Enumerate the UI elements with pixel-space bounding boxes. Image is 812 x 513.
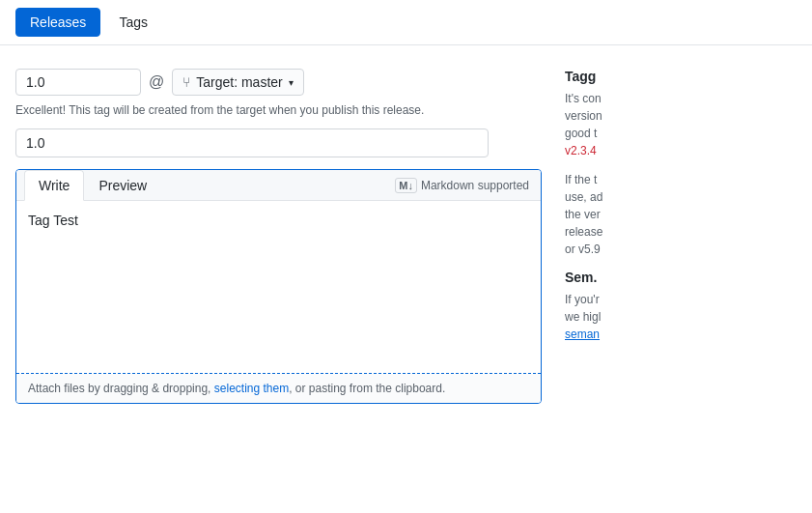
semver-section-body: If you'r we higl seman [565, 291, 797, 343]
target-branch-label: Target: master [196, 74, 282, 90]
tag-row: @ ⑂ Target: master ▾ [15, 69, 542, 96]
preview-tab[interactable]: Preview [84, 170, 161, 200]
releases-tab[interactable]: Releases [15, 8, 100, 37]
tagging-section-body2: If the t use, ad the ver release or v5.9 [565, 171, 797, 258]
editor-tabs-row: Write Preview M↓ Markdown supported [16, 170, 541, 201]
release-title-input[interactable] [15, 128, 489, 157]
target-branch-button[interactable]: ⑂ Target: master ▾ [172, 69, 303, 96]
attach-suffix: , or pasting from the clipboard. [289, 382, 445, 395]
main-content: @ ⑂ Target: master ▾ Excellent! This tag… [0, 45, 812, 404]
left-panel: @ ⑂ Target: master ▾ Excellent! This tag… [15, 69, 542, 404]
right-panel: Tagg It's con version good t v2.3.4 If t… [565, 69, 797, 404]
tag-version-input[interactable] [15, 69, 141, 96]
markdown-badge: M↓ Markdown supported [395, 178, 533, 193]
selecting-them-link[interactable]: selecting them [214, 382, 289, 395]
tagging-section-title: Tagg [565, 69, 797, 84]
write-tab[interactable]: Write [24, 170, 84, 201]
tagging-section-body: It's con version good t v2.3.4 [565, 90, 797, 159]
tags-tab[interactable]: Tags [104, 8, 162, 37]
editor-container: Write Preview M↓ Markdown supported Tag … [15, 169, 542, 404]
release-description-textarea[interactable]: Tag Test [16, 201, 541, 370]
markdown-icon: M↓ [395, 178, 417, 193]
semver-section-title: Sem. [565, 270, 797, 285]
top-tabs-bar: Releases Tags [0, 0, 812, 45]
at-sign: @ [149, 73, 164, 91]
markdown-label: Markdown supported [421, 179, 529, 192]
attach-prefix: Attach files by dragging & dropping, [28, 382, 214, 395]
branch-icon: ⑂ [182, 74, 190, 90]
semver-link[interactable]: seman [565, 328, 600, 341]
dropdown-arrow-icon: ▾ [289, 77, 294, 88]
tag-hint-text: Excellent! This tag will be created from… [15, 103, 542, 117]
file-attach-bar: Attach files by dragging & dropping, sel… [16, 373, 541, 403]
